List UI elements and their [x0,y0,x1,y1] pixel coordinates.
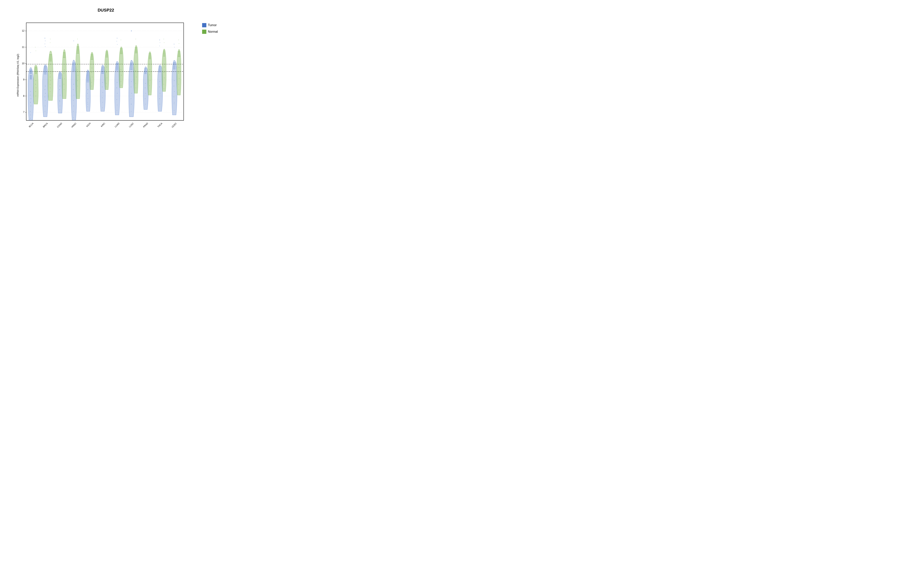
svg-rect-89 [73,67,75,67]
svg-rect-68 [59,78,61,79]
svg-rect-175 [120,48,123,49]
svg-point-208 [136,83,136,84]
svg-point-195 [131,98,131,99]
svg-rect-121 [86,82,89,82]
svg-point-14 [31,106,31,106]
svg-point-159 [106,87,107,87]
svg-rect-113 [86,71,89,72]
chart-title: DUSP22 [15,8,196,13]
svg-rect-204 [135,53,137,53]
svg-point-236 [160,81,160,82]
svg-point-168 [117,93,118,93]
plot-area: DUSP22 mRNA Expression (RNASeq V2, log2)… [0,0,200,144]
svg-rect-178 [120,52,123,53]
svg-point-171 [117,110,117,111]
svg-point-270 [174,103,174,104]
svg-point-209 [136,87,136,88]
svg-rect-0 [30,70,32,70]
svg-rect-106 [77,53,79,53]
svg-rect-76 [63,52,65,53]
svg-point-110 [77,81,78,81]
svg-point-238 [160,93,160,93]
svg-rect-8 [30,78,32,78]
svg-rect-1 [30,71,32,71]
svg-rect-23 [35,72,37,73]
svg-point-149 [102,108,103,108]
svg-rect-120 [86,81,89,81]
svg-rect-129 [90,55,93,56]
svg-point-226 [150,69,150,70]
svg-rect-79 [63,56,65,56]
svg-point-56 [50,73,51,74]
svg-point-46 [44,38,45,39]
xlabel-kirc: KIRC [100,122,106,127]
svg-point-75 [60,109,60,110]
svg-point-30 [35,47,36,47]
svg-rect-231 [158,66,161,67]
svg-point-59 [50,84,50,85]
svg-point-125 [87,102,88,103]
svg-rect-154 [105,57,108,57]
ytick-label-10: 10 [22,62,24,65]
svg-point-230 [149,91,150,91]
svg-point-94 [73,89,74,90]
legend-normal-label: Normal [208,30,218,34]
svg-point-127 [87,104,88,105]
svg-point-282 [179,43,179,44]
svg-point-278 [179,78,179,79]
svg-rect-187 [130,64,132,64]
violin-coad-tumor [58,71,63,113]
svg-rect-88 [73,65,75,66]
svg-rect-35 [44,70,47,70]
svg-point-95 [74,95,74,95]
svg-point-185 [121,40,121,40]
svg-rect-50 [49,55,52,55]
svg-point-42 [45,97,45,97]
svg-rect-258 [173,65,176,65]
ytick-label-8: 8 [23,95,24,97]
svg-rect-214 [144,72,147,73]
svg-point-93 [73,84,74,85]
svg-rect-115 [86,74,89,74]
legend-area: Tumor Normal [200,0,231,144]
svg-point-10 [31,91,31,92]
svg-rect-116 [86,76,89,76]
svg-point-47 [45,40,45,41]
svg-point-25 [36,81,36,81]
svg-rect-224 [149,57,151,58]
svg-point-13 [30,102,31,103]
svg-point-11 [30,95,31,95]
svg-point-63 [50,42,50,43]
svg-rect-6 [30,76,32,77]
svg-point-167 [116,87,117,88]
svg-rect-86 [73,63,75,63]
svg-point-98 [73,111,74,112]
svg-point-220 [145,104,146,105]
svg-point-82 [64,73,64,74]
svg-point-28 [36,91,36,92]
xlabel-thca: THCA [157,122,163,128]
svg-rect-260 [173,68,176,68]
svg-point-254 [163,39,164,39]
svg-rect-132 [90,59,93,60]
xlabel-ucec: UCEC [171,122,177,128]
svg-point-169 [116,99,117,100]
svg-point-262 [174,81,174,81]
svg-rect-34 [44,69,47,69]
svg-point-194 [131,93,132,93]
violin-prad-normal [148,52,152,95]
svg-rect-5 [30,75,32,76]
svg-point-147 [102,98,103,98]
svg-point-180 [121,64,121,64]
svg-point-156 [106,72,107,73]
svg-rect-101 [77,47,79,47]
svg-rect-119 [86,79,89,80]
svg-point-44 [45,106,45,106]
svg-point-126 [87,106,88,107]
svg-point-112 [77,39,78,39]
svg-point-263 [174,86,174,86]
svg-point-39 [45,86,45,86]
svg-rect-235 [158,71,161,72]
svg-point-123 [87,93,88,93]
svg-point-58 [50,81,51,81]
